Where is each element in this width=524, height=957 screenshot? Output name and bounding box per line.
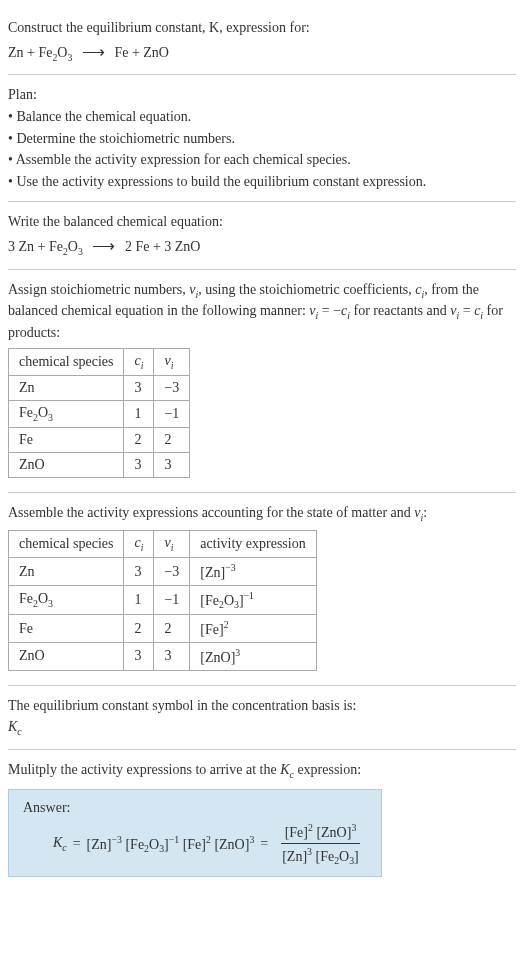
table-row: Fe2O3 1 −1 [9,401,190,428]
plan-item: • Determine the stoichiometric numbers. [8,129,516,149]
table-header: chemical species [9,349,124,376]
arrow-icon: ⟶ [82,43,105,60]
activity-section: Assemble the activity expressions accoun… [8,493,516,686]
table-row: Fe 2 2 [9,427,190,452]
answer-box: Answer: Kc = [Zn]−3 [Fe2O3]−1 [Fe]2 [ZnO… [8,789,382,877]
table-header: ci [124,349,154,376]
table-header: νi [154,349,190,376]
table-header: ci [124,531,154,558]
balanced-section: Write the balanced chemical equation: 3 … [8,202,516,269]
header-section: Construct the equilibrium constant, K, e… [8,8,516,75]
table-row: Zn 3 −3 [Zn]−3 [9,558,317,586]
activity-intro: Assemble the activity expressions accoun… [8,503,516,525]
symbol-kc: Kc [8,717,516,739]
table-row: Zn 3 −3 [9,376,190,401]
plan-section: Plan: • Balance the chemical equation. •… [8,75,516,202]
balanced-equation: 3 Zn + Fe2O3 ⟶ 2 Fe + 3 ZnO [8,236,516,257]
unbalanced-equation: Zn + Fe2O3 ⟶ Fe + ZnO [8,42,516,63]
multiply-intro: Mulitply the activity expressions to arr… [8,760,516,782]
table-row: ZnO 3 3 [9,452,190,477]
table-header: chemical species [9,531,124,558]
multiply-section: Mulitply the activity expressions to arr… [8,750,516,886]
fraction-numerator: [Fe]2 [ZnO]3 [281,822,361,844]
plan-title: Plan: [8,85,516,105]
table-header-row: chemical species ci νi [9,349,190,376]
stoich-intro: Assign stoichiometric numbers, νi, using… [8,280,516,343]
activity-table: chemical species ci νi activity expressi… [8,530,317,670]
plan-item: • Use the activity expressions to build … [8,172,516,192]
balanced-intro: Write the balanced chemical equation: [8,212,516,232]
plan-item: • Balance the chemical equation. [8,107,516,127]
table-row: Fe 2 2 [Fe]2 [9,615,317,643]
table-row: ZnO 3 3 [ZnO]3 [9,643,317,671]
prompt-label: Construct the equilibrium constant, K, e… [8,20,310,35]
table-row: Fe2O3 1 −1 [Fe2O3]−1 [9,585,317,614]
table-header: activity expression [190,531,316,558]
table-header-row: chemical species ci νi activity expressi… [9,531,317,558]
table-header: νi [154,531,190,558]
stoich-table: chemical species ci νi Zn 3 −3 Fe2O3 1 −… [8,348,190,478]
arrow-icon: ⟶ [92,237,115,254]
stoich-section: Assign stoichiometric numbers, νi, using… [8,270,516,493]
answer-label: Answer: [23,800,367,816]
prompt-text: Construct the equilibrium constant, K, e… [8,18,516,38]
symbol-section: The equilibrium constant symbol in the c… [8,686,516,750]
kc-expression: Kc = [Zn]−3 [Fe2O3]−1 [Fe]2 [ZnO]3 = [Fe… [23,822,367,866]
symbol-intro: The equilibrium constant symbol in the c… [8,696,516,716]
fraction: [Fe]2 [ZnO]3 [Zn]3 [Fe2O3] [278,822,363,866]
fraction-denominator: [Zn]3 [Fe2O3] [278,844,363,866]
plan-item: • Assemble the activity expression for e… [8,150,516,170]
